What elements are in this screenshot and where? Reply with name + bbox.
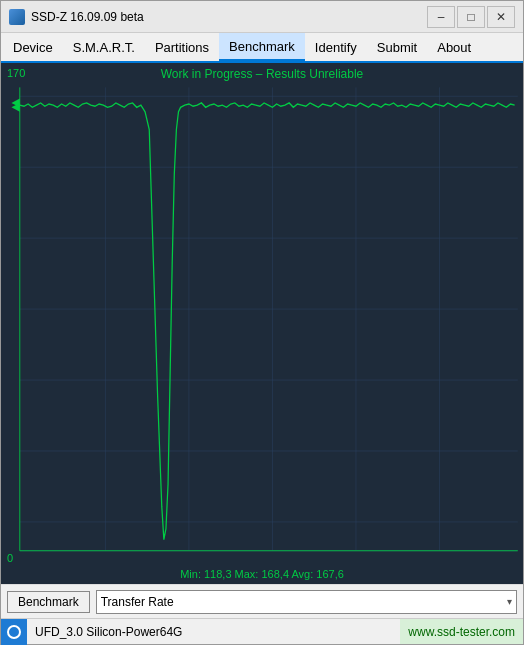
chart-stats: Min: 118,3 Max: 168,4 Avg: 167,6 <box>1 568 523 580</box>
chart-area: Work in Progress – Results Unreliable 17… <box>1 63 523 584</box>
status-bar: UFD_3.0 Silicon-Power64G www.ssd-tester.… <box>1 618 523 644</box>
chart-y-min: 0 <box>7 552 13 564</box>
dropdown-value: Transfer Rate <box>101 595 174 609</box>
menu-bar: Device S.M.A.R.T. Partitions Benchmark I… <box>1 33 523 63</box>
window-controls: – □ ✕ <box>427 6 515 28</box>
menu-identify[interactable]: Identify <box>305 33 367 61</box>
menu-submit[interactable]: Submit <box>367 33 427 61</box>
chart-y-max: 170 <box>7 67 25 79</box>
chart-svg <box>1 63 523 584</box>
title-bar: SSD-Z 16.09.09 beta – □ ✕ <box>1 1 523 33</box>
window-title: SSD-Z 16.09.09 beta <box>31 10 427 24</box>
minimize-button[interactable]: – <box>427 6 455 28</box>
menu-device[interactable]: Device <box>3 33 63 61</box>
app-icon <box>9 9 25 25</box>
usb-icon <box>7 625 21 639</box>
maximize-button[interactable]: □ <box>457 6 485 28</box>
chevron-down-icon: ▾ <box>507 596 512 607</box>
menu-about[interactable]: About <box>427 33 481 61</box>
menu-smart[interactable]: S.M.A.R.T. <box>63 33 145 61</box>
main-window: SSD-Z 16.09.09 beta – □ ✕ Device S.M.A.R… <box>0 0 524 645</box>
chart-title: Work in Progress – Results Unreliable <box>1 67 523 81</box>
toolbar: Benchmark Transfer Rate ▾ <box>1 584 523 618</box>
close-button[interactable]: ✕ <box>487 6 515 28</box>
device-name: UFD_3.0 Silicon-Power64G <box>27 625 400 639</box>
benchmark-button[interactable]: Benchmark <box>7 591 90 613</box>
transfer-rate-dropdown[interactable]: Transfer Rate ▾ <box>96 590 517 614</box>
device-icon <box>1 619 27 645</box>
website-url[interactable]: www.ssd-tester.com <box>400 619 523 644</box>
menu-benchmark[interactable]: Benchmark <box>219 33 305 61</box>
menu-partitions[interactable]: Partitions <box>145 33 219 61</box>
